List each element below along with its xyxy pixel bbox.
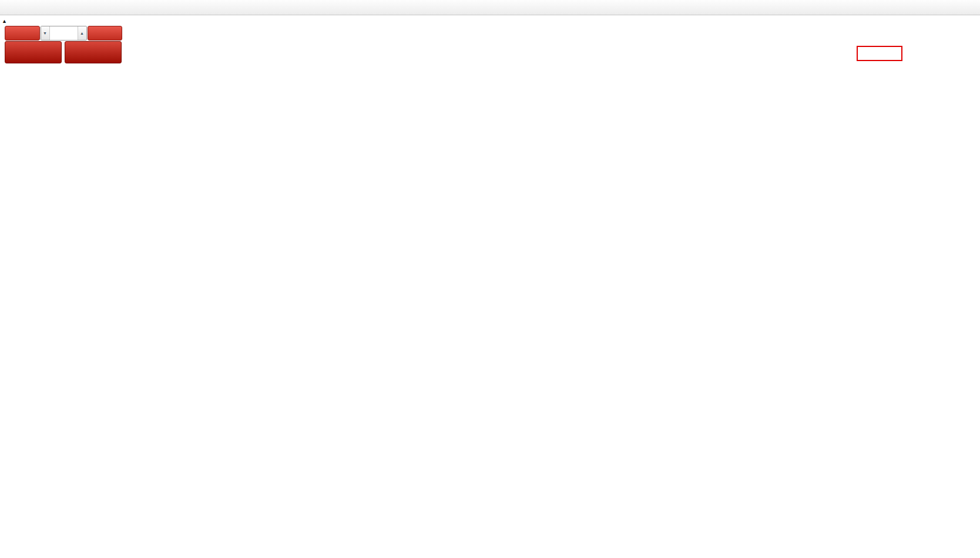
chart-canvas[interactable] — [0, 0, 980, 558]
oneclick-collapse-icon[interactable]: ▲ — [2, 18, 7, 24]
main-toolbar — [0, 0, 980, 15]
volume-decrease-icon[interactable]: ▼ — [41, 26, 50, 40]
one-click-trading-panel: ▼ ▲ — [5, 26, 122, 63]
volume-increase-icon[interactable]: ▲ — [78, 26, 86, 40]
sell-button[interactable] — [5, 26, 40, 41]
buy-button[interactable] — [88, 26, 123, 41]
sell-price-box[interactable] — [5, 41, 62, 63]
price-tag-annotation[interactable] — [857, 46, 902, 61]
volume-stepper: ▼ ▲ — [41, 26, 87, 41]
buy-price-box[interactable] — [65, 41, 122, 63]
volume-input[interactable] — [50, 26, 78, 40]
